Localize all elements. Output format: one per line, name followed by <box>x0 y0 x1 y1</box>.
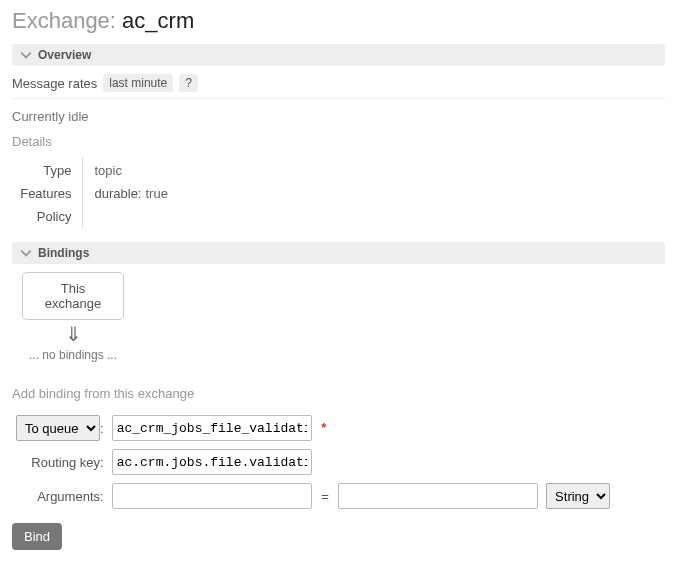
chevron-down-icon <box>20 49 32 61</box>
table-row: To queue : * <box>12 411 614 445</box>
details-table: Type topic Features durable:true Policy <box>12 157 176 228</box>
bindings-diagram: This exchange ⇓ ... no bindings ... <box>22 272 124 362</box>
arguments-label: Arguments: <box>12 479 108 513</box>
arrow-down-icon: ⇓ <box>22 324 124 344</box>
destination-type-select[interactable]: To queue <box>16 415 100 441</box>
message-rates-line: Message rates last minute ? <box>12 74 665 92</box>
this-exchange-box: This exchange <box>22 272 124 320</box>
routing-key-label: Routing key: <box>12 445 108 479</box>
bindings-title: Bindings <box>38 246 89 260</box>
argument-value-input[interactable] <box>338 483 538 509</box>
divider <box>12 98 665 99</box>
add-binding-heading: Add binding from this exchange <box>12 386 665 401</box>
overview-section-header[interactable]: Overview <box>12 44 665 66</box>
idle-text: Currently idle <box>12 109 665 124</box>
routing-key-input[interactable] <box>112 449 312 475</box>
bindings-body: This exchange ⇓ ... no bindings ... Add … <box>12 272 665 550</box>
no-bindings-text: ... no bindings ... <box>22 348 124 362</box>
features-value: durable:true <box>82 182 176 205</box>
table-row: Routing key: <box>12 445 614 479</box>
exchange-name: ac_crm <box>122 8 194 33</box>
page-title-prefix: Exchange: <box>12 8 122 33</box>
argument-key-input[interactable] <box>112 483 312 509</box>
required-mark: * <box>321 420 326 435</box>
last-minute-tag[interactable]: last minute <box>103 74 173 92</box>
durable-value: true <box>145 186 167 201</box>
message-rates-label: Message rates <box>12 76 97 91</box>
bindings-section-header[interactable]: Bindings <box>12 242 665 264</box>
chevron-down-icon <box>20 247 32 259</box>
details-heading: Details <box>12 134 665 149</box>
add-binding-form: To queue : * Routing key: Arguments: = S… <box>12 411 614 513</box>
table-row: Arguments: = String <box>12 479 614 513</box>
argument-type-select[interactable]: String <box>546 483 610 509</box>
page-title: Exchange: ac_crm <box>12 8 665 34</box>
table-row: Type topic <box>12 157 176 182</box>
overview-body: Message rates last minute ? Currently id… <box>12 74 665 228</box>
durable-key: durable: <box>95 186 142 201</box>
table-row: Features durable:true <box>12 182 176 205</box>
destination-name-input[interactable] <box>112 415 312 441</box>
equals-sign: = <box>315 489 335 504</box>
bind-button[interactable]: Bind <box>12 523 62 550</box>
help-icon[interactable]: ? <box>179 74 198 92</box>
table-row: Policy <box>12 205 176 228</box>
policy-value <box>82 205 176 228</box>
overview-title: Overview <box>38 48 91 62</box>
type-label: Type <box>12 157 82 182</box>
type-value: topic <box>82 157 176 182</box>
policy-label: Policy <box>12 205 82 228</box>
features-label: Features <box>12 182 82 205</box>
colon: : <box>100 421 104 436</box>
